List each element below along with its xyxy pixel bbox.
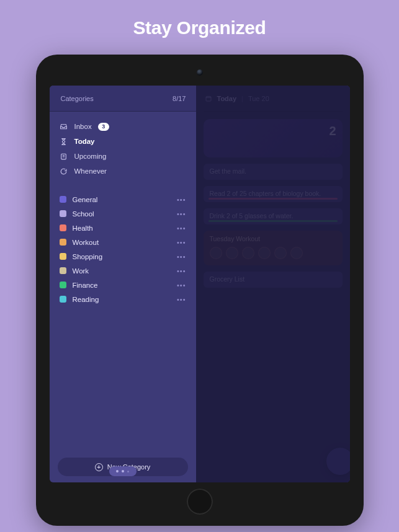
- main-header: Today | Tue 20: [204, 86, 343, 112]
- category-item[interactable]: General•••: [60, 192, 189, 206]
- task-label: Drink 2 of 5 glasses of water.: [210, 212, 294, 219]
- category-item[interactable]: Shopping•••: [60, 249, 189, 264]
- exercise-icon: [210, 247, 222, 259]
- category-label: Health: [73, 224, 171, 232]
- hero-count: 2: [329, 124, 336, 138]
- category-color-swatch: [60, 296, 66, 303]
- task-label: Read 2 of 25 chapters of biology book.: [210, 190, 321, 197]
- nav-item-inbox[interactable]: Inbox 3: [60, 119, 189, 134]
- task-label: Grocery List: [210, 275, 245, 283]
- nav-label: Inbox: [74, 123, 92, 130]
- category-item[interactable]: Health•••: [60, 221, 189, 235]
- marketing-headline: Stay Organized: [0, 17, 399, 38]
- pager-dot: [127, 471, 129, 472]
- category-more-button[interactable]: •••: [177, 253, 189, 260]
- category-more-button[interactable]: •••: [177, 196, 189, 203]
- category-more-button[interactable]: •••: [177, 224, 189, 232]
- category-label: School: [73, 210, 171, 218]
- inbox-badge: 3: [98, 123, 109, 131]
- category-item[interactable]: Reading•••: [60, 292, 189, 306]
- nav-item-upcoming[interactable]: Upcoming: [60, 149, 189, 164]
- sidebar-date: 8/17: [173, 95, 186, 102]
- nav-label: Today: [74, 138, 95, 145]
- progress-bar: [208, 198, 338, 200]
- exercise-icon: [290, 247, 303, 259]
- plus-circle-icon: +: [95, 463, 103, 471]
- category-label: General: [73, 196, 171, 203]
- exercise-icon: [226, 247, 238, 259]
- exercise-icon: [258, 247, 271, 259]
- note-icon: [60, 152, 68, 161]
- category-more-button[interactable]: •••: [177, 296, 189, 303]
- task-label: Get the mail.: [210, 167, 247, 175]
- task-card[interactable]: Grocery List: [204, 272, 343, 288]
- category-color-swatch: [60, 239, 66, 246]
- sidebar-title: Categories: [61, 95, 94, 102]
- inbox-icon: [60, 122, 68, 131]
- category-color-swatch: [60, 282, 66, 288]
- progress-bar: [208, 220, 338, 222]
- tablet-frame: Categories 8/17 Inbox 3 Today: [36, 55, 364, 526]
- pager-dot: [116, 470, 119, 472]
- category-label: Finance: [73, 282, 171, 289]
- nav-label: Whenever: [74, 167, 107, 175]
- task-card[interactable]: Drink 2 of 5 glasses of water.: [204, 208, 343, 224]
- pager-dot: [122, 470, 124, 472]
- category-label: Reading: [73, 296, 171, 303]
- device-camera: [197, 69, 203, 76]
- exercise-icon: [274, 247, 287, 259]
- category-item[interactable]: Finance•••: [60, 278, 189, 292]
- device-home-button[interactable]: [187, 489, 213, 515]
- category-label: Shopping: [73, 253, 171, 260]
- category-item[interactable]: Workout•••: [60, 235, 189, 249]
- exercise-icon: [242, 247, 254, 259]
- main-title: Today: [217, 95, 237, 102]
- nav-label: Upcoming: [74, 153, 107, 160]
- main-panel: Today | Tue 20 2 Get the mail. Read 2 of…: [196, 86, 350, 482]
- category-color-swatch: [60, 267, 66, 274]
- task-card[interactable]: Read 2 of 25 chapters of biology book.: [204, 186, 343, 202]
- hourglass-icon: [60, 137, 68, 146]
- pager-indicator[interactable]: [109, 466, 137, 476]
- category-color-swatch: [60, 196, 66, 203]
- category-label: Work: [73, 267, 171, 275]
- workout-card[interactable]: Tuesday Workout: [204, 231, 343, 265]
- category-color-swatch: [60, 253, 66, 260]
- app-screen: Categories 8/17 Inbox 3 Today: [50, 86, 350, 482]
- category-color-swatch: [60, 224, 66, 231]
- category-list: General•••School•••Health•••Workout•••Sh…: [60, 192, 189, 306]
- add-task-fab[interactable]: [326, 448, 350, 475]
- svg-rect-1: [206, 96, 211, 101]
- category-more-button[interactable]: •••: [177, 239, 189, 246]
- sidebar-body: Inbox 3 Today Upcoming: [50, 112, 196, 449]
- category-item[interactable]: Work•••: [60, 264, 189, 278]
- category-more-button[interactable]: •••: [177, 267, 189, 275]
- refresh-icon: [60, 167, 68, 175]
- hero-card[interactable]: 2: [204, 119, 343, 157]
- nav-item-today[interactable]: Today: [60, 134, 189, 149]
- workout-title: Tuesday Workout: [210, 235, 261, 242]
- sidebar: Categories 8/17 Inbox 3 Today: [50, 86, 196, 482]
- calendar-icon: [205, 95, 212, 102]
- sidebar-header: Categories 8/17: [50, 86, 196, 112]
- workout-icons: [210, 247, 336, 259]
- category-color-swatch: [60, 210, 66, 217]
- nav-item-whenever[interactable]: Whenever: [60, 164, 189, 179]
- category-more-button[interactable]: •••: [177, 210, 189, 218]
- task-card[interactable]: Get the mail.: [204, 164, 343, 180]
- category-label: Workout: [73, 239, 171, 246]
- main-sep: |: [241, 95, 243, 102]
- category-more-button[interactable]: •••: [177, 282, 189, 289]
- category-item[interactable]: School•••: [60, 206, 189, 221]
- main-subtitle: Tue 20: [248, 95, 269, 102]
